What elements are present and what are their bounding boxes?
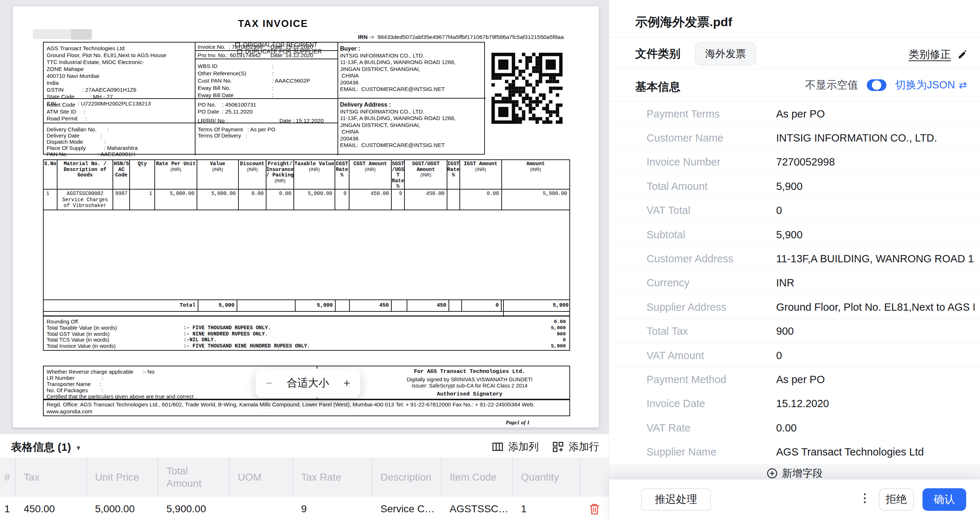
meta-value: : AAACC5602P [272,78,310,84]
items-col-header: S.No [44,160,57,189]
field-value: INR [776,277,794,289]
line-items-cell[interactable] [230,497,293,521]
table-info-dropdown[interactable]: 表格信息 (1) ▼ [11,440,81,455]
field-value: 5,900 [776,229,803,240]
meta-label: Cust PAN No. [198,78,232,84]
meta-label: Other Reference(S) [198,70,246,77]
field-row[interactable]: Supplier NameAGS Transact Technologies L… [609,440,980,464]
field-row[interactable]: Supplier AddressGround Floor, Plot No. E… [609,295,980,319]
signature-signed-by: Digitally signed by SRINIVAS VISWANATH G… [371,376,568,382]
asset-line: Road Permit : [44,115,195,122]
delivery-address-block: Delivery Address :INTSIG INFORMATION CO.… [337,98,486,156]
field-label: Supplier Address [646,301,726,313]
line-items-cell[interactable]: AGSTSSC… [442,497,513,521]
line-items-cell[interactable]: 450.00 [16,497,87,521]
line-items-cell[interactable]: Service C… [372,497,442,521]
field-row[interactable]: Payment TermsAs per PO [609,102,980,126]
field-row[interactable]: VAT Total0 [609,199,980,223]
field-row[interactable]: Invoice Number7270052998 [609,150,980,174]
zoom-in-button[interactable]: + [343,376,350,390]
field-value: 900 [776,325,794,337]
line-items-col-header: Description [372,458,442,497]
field-label: Total Tax [646,325,688,337]
delivery-heading: Delivery Address : [337,98,486,108]
zoom-out-button[interactable]: − [266,376,273,390]
category-fix-link[interactable]: 类别修正 [908,47,967,62]
buyer-line: 200436 [337,79,486,86]
items-col-title: SGST /UGS T Rate % [392,161,404,189]
words-amount: 5,900 [551,343,566,349]
line-items-cell[interactable]: 9 [293,497,372,521]
invoice-meta-row: Eway Bill No.: [195,84,337,91]
items-col-header: IGST Rate % [447,160,460,189]
field-row[interactable]: Subtotal5,900 [609,223,980,247]
items-col-header: Freight/ Insurance / Packing(INR) [266,160,294,189]
field-row[interactable]: CurrencyINR [609,271,980,295]
po-block: PO No. : 4506100731PO Date : 25.11.2020L… [195,98,337,122]
field-label: Customer Name [646,132,723,144]
meta-label: Pro Inv. No.: 6019174942 [198,52,261,59]
pencil-icon [957,49,967,60]
field-row[interactable]: VAT Amount0 [609,343,980,367]
items-col-header: IGST Amount(INR) [460,160,502,189]
signature-company: For AGS Transact Technologies Ltd. [371,369,568,375]
delete-row-button[interactable] [580,497,609,521]
reject-button[interactable]: 拒绝 [879,488,914,511]
confirm-button[interactable]: 确认 [923,488,966,511]
field-row[interactable]: Payment MethodAs per PO [609,367,980,391]
page-indicator: Page1 of 1 [460,419,530,426]
words-amount: 900 [557,332,566,337]
field-row[interactable]: Customer Address11-13F,A BUILDING, WANRO… [609,247,980,271]
field-value: 0.00 [776,422,797,434]
field-row[interactable]: VAT Rate0.00 [609,416,980,440]
asset-code-block: Asset Code :ATM Site ID :Road Permit : [44,98,195,122]
chevron-down-icon: ▼ [75,443,81,452]
items-col-header: Taxable Value(INR) [294,160,335,189]
total-cell: 450 [407,300,449,311]
seller-line: AGS Transact Technologies Ltd [44,45,195,52]
items-col-title: IGST Amount [464,161,497,167]
line-items-cell[interactable]: 5,000.00 [87,497,158,521]
field-row[interactable]: Total Tax900 [609,319,980,343]
terms-block: Terms Of Payment : As per POTerms Of Del… [195,122,337,156]
field-value: Ground Floor, Plot No. EL81,Next to AGS … [776,301,975,313]
items-cell: 9 [335,189,350,210]
add-column-button[interactable]: 添加列 [492,440,539,454]
irn-arrow: -> [369,34,374,40]
field-label: VAT Rate [646,422,690,434]
invoice-meta-row: Invoice.No. : 7270052998Date: 15.12.2020 [195,43,337,51]
seller-line: GSTIN : 27AAECA0901H1Z6 [44,86,195,93]
hide-empty-toggle[interactable] [867,79,886,91]
field-row[interactable]: Customer NameINTSIG INFORMATION CO., LTD… [609,126,980,150]
defer-button[interactable]: 推迟处理 [641,488,711,511]
total-cell: 450 [349,300,392,311]
more-actions-button[interactable] [864,493,866,503]
line-items-cell[interactable]: 1 [513,497,580,521]
buyer-line: CHINA [337,72,486,79]
items-total-row: Total 5,0005,00045045005,900 [44,299,570,311]
words-label: Total Invoice Value (in words) [46,343,116,349]
field-row[interactable]: Invoice Date15.12.2020 [609,392,980,416]
meta-value: : [272,63,274,70]
total-label: Total [44,300,198,310]
hide-empty-label: 不显示空值 [805,78,858,92]
document-viewer[interactable]: TAX INVOICE ORIGINAL FOR RECIPIENT DUPLI… [0,0,609,434]
add-row-button[interactable]: 添加行 [552,440,599,454]
items-col-header: Qty [130,160,155,189]
invoice-regd-office: Regd. Office: AGS Transact Technologies … [43,399,570,416]
zoom-fit-label[interactable]: 合适大小 [287,376,329,391]
add-row-label: 添加行 [569,440,599,454]
buyer-heading: Buyer : [337,43,486,52]
switch-json-link[interactable]: 切换为JSON ⇄ [895,78,967,92]
line-items-cell[interactable]: 1 [0,497,16,521]
category-value-tag[interactable]: 海外发票 [695,42,756,65]
grid-plus-icon [552,441,564,453]
line-items-cell[interactable]: 5,900.00 [158,497,230,521]
items-col-header: Discount(INR) [239,160,267,189]
field-row[interactable]: Total Amount5,900 [609,174,980,198]
file-name: 示例海外发票.pdf [635,14,732,30]
line-items-col-header: Total Amount [158,458,230,497]
seller-line: Ground Floor, Plot No. EL81,Next to AGS … [44,52,195,59]
line-items-row[interactable]: 1450.005,000.005,900.009Service C…AGSTSS… [0,497,609,521]
items-data-row: 1AGSTSSC00002 Service Charges of Vibrosh… [44,189,570,210]
